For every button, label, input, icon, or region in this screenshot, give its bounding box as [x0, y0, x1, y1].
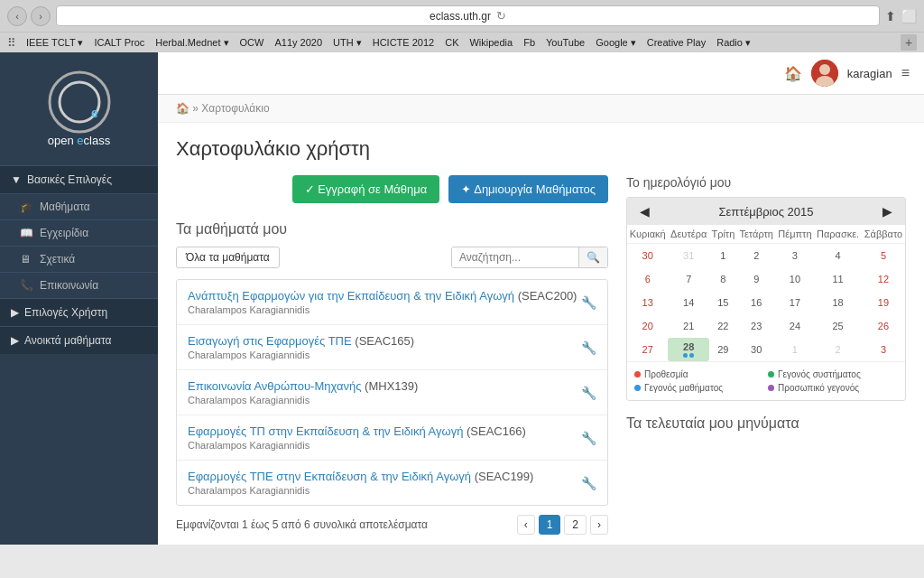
bookmarks-add-button[interactable]: +: [901, 34, 917, 51]
course-link-0[interactable]: Ανάπτυξη Εφαρμογών για την Εκπαίδευση & …: [188, 289, 581, 303]
bookmark-fb[interactable]: Fb: [519, 35, 540, 50]
legend-dot-purple: [768, 385, 774, 391]
cal-day-26[interactable]: 26: [862, 314, 905, 338]
page-2-button[interactable]: 2: [564, 515, 587, 535]
bookmark-herbal[interactable]: Herbal.Mednet ▾: [151, 35, 233, 51]
cal-day-15[interactable]: 15: [709, 291, 737, 314]
create-course-button[interactable]: ✦ Δημιουργία Μαθήματος: [448, 175, 608, 203]
search-button[interactable]: 🔍: [578, 247, 607, 267]
cal-day-18[interactable]: 18: [814, 291, 862, 314]
bookmark-google[interactable]: Google ▾: [591, 35, 641, 51]
bookmark-uth[interactable]: UTH ▾: [328, 35, 366, 51]
cal-day-8[interactable]: 8: [709, 267, 737, 291]
cal-day-3b[interactable]: 3: [862, 338, 905, 361]
bookmark-radio[interactable]: Radio ▾: [712, 35, 755, 51]
bookmark-ieee-tclt[interactable]: IEEE TCLT ▾: [22, 35, 88, 51]
course-link-4[interactable]: Εφαρμογές ΤΠΕ στην Εκπαίδευση & την Ειδι…: [188, 470, 581, 483]
cal-day-20[interactable]: 20: [627, 314, 668, 338]
cal-day-3[interactable]: 3: [776, 244, 815, 267]
cal-day-16[interactable]: 16: [737, 291, 776, 314]
bookmark-wikipedia[interactable]: Wikipedia: [465, 35, 517, 50]
cal-day-29[interactable]: 29: [709, 338, 737, 361]
cal-day-28-today[interactable]: 28: [668, 338, 709, 361]
username-label: karagian: [847, 67, 892, 80]
cal-day-1[interactable]: 1: [709, 244, 737, 267]
sidebar-section-basic-label: Βασικές Επιλογές: [27, 173, 112, 186]
prev-page-button[interactable]: ‹: [517, 515, 535, 535]
sidebar-item-contact[interactable]: 📞 Επικοινωνία: [0, 272, 158, 298]
top-bar: 🏠 karagian ≡: [158, 52, 924, 95]
my-courses-title: Τα μαθήματά μου: [176, 221, 608, 238]
all-courses-button[interactable]: Όλα τα μαθήματα: [176, 247, 280, 268]
cal-day-10[interactable]: 10: [776, 267, 815, 291]
course-link-2[interactable]: Επικοινωνία Ανθρώπου-Μηχανής (ΜΗΧ139): [188, 379, 581, 393]
bookmark-icalt[interactable]: ICALT Proc: [89, 35, 149, 50]
cal-day-27[interactable]: 27: [627, 338, 668, 361]
cal-day-19[interactable]: 19: [862, 291, 905, 314]
reload-icon[interactable]: ↻: [496, 9, 506, 23]
cal-day-23[interactable]: 23: [737, 314, 776, 338]
sidebar-item-manuals[interactable]: 📖 Εγχειρίδια: [0, 219, 158, 246]
forward-button[interactable]: ›: [31, 6, 51, 26]
search-input[interactable]: [452, 247, 578, 267]
page-1-button[interactable]: 1: [539, 515, 561, 535]
cal-day-14[interactable]: 14: [668, 291, 709, 314]
course-settings-icon-4[interactable]: 🔧: [581, 476, 596, 490]
course-settings-icon-2[interactable]: 🔧: [581, 386, 596, 400]
course-settings-icon-1[interactable]: 🔧: [581, 340, 596, 355]
course-item-1: Εισαγωγή στις Εφαρμογές ΤΠΕ (SEAC165) Ch…: [177, 325, 607, 370]
cal-day-22[interactable]: 22: [709, 314, 737, 338]
calendar-next-button[interactable]: ▶: [877, 202, 898, 220]
home-icon[interactable]: 🏠: [784, 65, 802, 82]
dot-blue-2: [689, 353, 694, 358]
cal-day-21[interactable]: 21: [668, 314, 709, 338]
sidebar-item-about[interactable]: 🖥 Σχετικά: [0, 246, 158, 272]
course-settings-icon-3[interactable]: 🔧: [581, 431, 596, 445]
cal-day-11[interactable]: 11: [814, 267, 862, 291]
course-instructor-4: Charalampos Karagiannidis: [188, 485, 581, 496]
calendar-header: ◀ Σεπτέμβριος 2015 ▶: [627, 198, 905, 225]
sidebar-section-open-header[interactable]: ▶ Ανοικτά μαθήματα: [0, 326, 158, 354]
bookmark-ocw[interactable]: OCW: [236, 35, 269, 50]
course-instructor-2: Charalampos Karagiannidis: [188, 395, 581, 406]
sidebar-section-basic-header[interactable]: ▼ Βασικές Επιλογές: [0, 165, 158, 193]
bookmark-creative-play[interactable]: Creative Play: [642, 35, 710, 50]
cal-day-30a[interactable]: 30: [627, 244, 668, 267]
bookmark-youtube[interactable]: YouTube: [541, 35, 589, 50]
sidebar-section-user-header[interactable]: ▶ Επιλογές Χρήστη: [0, 298, 158, 326]
enroll-button[interactable]: ✓ Εγγραφή σε Μάθημα: [292, 175, 440, 203]
breadcrumb-home-icon[interactable]: 🏠: [176, 102, 189, 115]
cal-day-6[interactable]: 6: [627, 267, 668, 291]
cal-day-31[interactable]: 31: [668, 244, 709, 267]
fullscreen-icon[interactable]: ⬜: [901, 9, 917, 23]
back-button[interactable]: ‹: [7, 6, 27, 26]
sidebar-item-courses[interactable]: 🎓 Μαθήματα: [0, 193, 158, 219]
cal-day-9[interactable]: 9: [737, 267, 776, 291]
cal-day-2[interactable]: 2: [737, 244, 776, 267]
calendar-week-2: 6 7 8 9 10 11 12: [627, 267, 905, 291]
cal-day-1b[interactable]: 1: [776, 338, 815, 361]
course-link-1[interactable]: Εισαγωγή στις Εφαρμογές ΤΠΕ (SEAC165): [188, 334, 581, 348]
course-settings-icon-0[interactable]: 🔧: [581, 295, 596, 310]
cal-day-12[interactable]: 12: [862, 267, 905, 291]
cal-day-13[interactable]: 13: [627, 291, 668, 314]
cal-day-4[interactable]: 4: [814, 244, 862, 267]
cal-day-25[interactable]: 25: [814, 314, 862, 338]
bookmark-a11y[interactable]: A11y 2020: [270, 35, 327, 50]
cal-day-24[interactable]: 24: [776, 314, 815, 338]
bookmark-ck[interactable]: CK: [440, 35, 463, 50]
cal-day-5[interactable]: 5: [862, 244, 905, 267]
next-page-button[interactable]: ›: [590, 515, 608, 535]
share-icon[interactable]: ⬆: [885, 9, 896, 23]
cal-day-7[interactable]: 7: [668, 267, 709, 291]
cal-day-2b[interactable]: 2: [814, 338, 862, 361]
cal-day-17[interactable]: 17: [776, 291, 815, 314]
bookmarks-apps-icon[interactable]: ⠿: [7, 36, 16, 50]
course-link-3[interactable]: Εφαρμογές ΤΠ στην Εκπαίδευση & την Ειδικ…: [188, 424, 581, 438]
bookmark-hcicte[interactable]: HCICTE 2012: [368, 35, 439, 50]
calendar-prev-button[interactable]: ◀: [634, 202, 655, 220]
cal-day-30b[interactable]: 30: [737, 338, 776, 361]
address-bar[interactable]: eclass.uth.gr ↻: [56, 5, 880, 26]
browser-actions: ⬆ ⬜: [885, 9, 917, 23]
menu-icon[interactable]: ≡: [901, 65, 910, 81]
